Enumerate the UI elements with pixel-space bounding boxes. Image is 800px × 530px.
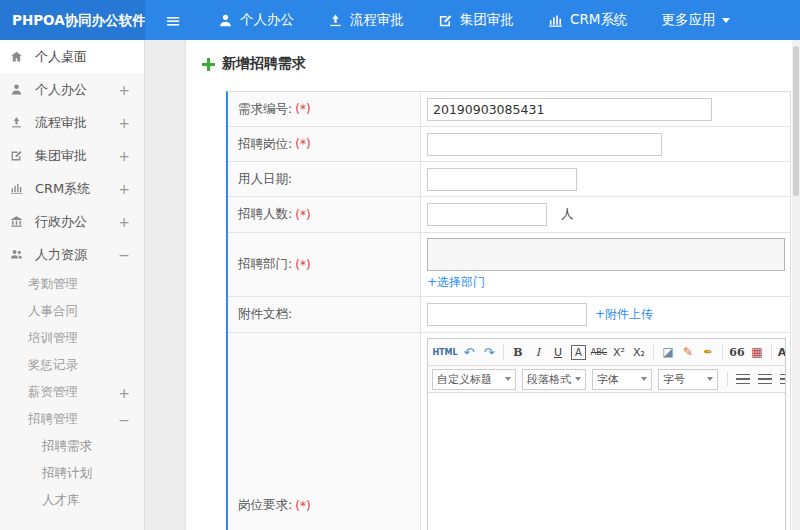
expand-icon[interactable]: + bbox=[118, 148, 130, 164]
nav-label: 流程审批 bbox=[350, 11, 404, 29]
sidebar-item-personal-desktop[interactable]: 个人桌面 bbox=[0, 40, 144, 73]
font-size-select[interactable]: 字号 bbox=[658, 369, 718, 390]
field-value-cell bbox=[421, 92, 790, 126]
department-textarea[interactable] bbox=[427, 238, 785, 271]
remove-format-icon[interactable]: ◪ bbox=[659, 343, 677, 361]
main-content: 新增招聘需求 需求编号:(*) 招聘岗位:(*) bbox=[145, 40, 800, 530]
form-row-department: 招聘部门:(*) +选择部门 bbox=[228, 233, 790, 297]
chevron-down-icon bbox=[707, 377, 713, 381]
font-color-glyph: A bbox=[778, 346, 785, 359]
subscript-icon[interactable]: X₂ bbox=[630, 343, 648, 361]
recruit-position-input[interactable] bbox=[427, 133, 662, 156]
chevron-down-icon bbox=[641, 377, 647, 381]
expand-icon[interactable]: + bbox=[118, 214, 130, 230]
sidebar-item-reward-punishment[interactable]: 奖惩记录 bbox=[0, 352, 144, 379]
select-value: 段落格式 bbox=[527, 372, 571, 387]
request-number-input[interactable] bbox=[427, 98, 712, 121]
html-source-button[interactable]: HTML bbox=[432, 343, 458, 361]
font-color-button[interactable]: A bbox=[777, 343, 785, 361]
chevron-down-icon bbox=[722, 18, 730, 23]
sidebar-item-personal-office[interactable]: 个人办公 + bbox=[0, 73, 144, 106]
required-marker: (*) bbox=[295, 102, 310, 116]
sidebar-item-recruitment-request[interactable]: 招聘需求 bbox=[0, 433, 144, 460]
sidebar-item-attendance-mgmt[interactable]: 考勤管理 bbox=[0, 271, 144, 298]
highlight-pen-icon[interactable]: ✒ bbox=[699, 343, 717, 361]
field-value-cell: 人 bbox=[421, 197, 790, 232]
sidebar-item-label: 奖惩记录 bbox=[28, 357, 78, 374]
expand-icon[interactable]: + bbox=[118, 181, 130, 197]
nav-more-apps[interactable]: 更多应用 bbox=[644, 0, 747, 40]
sidebar-item-recruitment-mgmt[interactable]: 招聘管理 − bbox=[0, 406, 144, 433]
nav-crm-system[interactable]: CRM系统 bbox=[531, 0, 644, 40]
custom-title-select[interactable]: 自定义标题 bbox=[432, 369, 516, 390]
chevron-down-icon bbox=[575, 377, 581, 381]
paragraph-format-select[interactable]: 段落格式 bbox=[522, 369, 586, 390]
collapse-icon[interactable]: − bbox=[118, 247, 130, 263]
blockquote-icon[interactable]: 66 bbox=[728, 343, 746, 361]
sidebar-item-process-approval[interactable]: 流程审批 + bbox=[0, 106, 144, 139]
required-marker: (*) bbox=[295, 137, 310, 151]
sidebar-item-hr-contract[interactable]: 人事合同 bbox=[0, 298, 144, 325]
nav-group-approval[interactable]: 集团审批 bbox=[421, 0, 531, 40]
nav-personal-office[interactable]: 个人办公 bbox=[201, 0, 311, 40]
attachment-upload-link[interactable]: +附件上传 bbox=[595, 306, 653, 323]
sidebar-item-admin-office[interactable]: 行政办公 + bbox=[0, 205, 144, 238]
toolbar-separator bbox=[653, 345, 654, 359]
workflow-icon bbox=[328, 13, 343, 28]
nav-process-approval[interactable]: 流程审批 bbox=[311, 0, 421, 40]
expand-icon[interactable]: + bbox=[118, 385, 130, 401]
headcount-input[interactable] bbox=[427, 203, 547, 226]
sidebar-item-label: 集团审批 bbox=[35, 147, 87, 165]
sidebar-item-salary-mgmt[interactable]: 薪资管理 + bbox=[0, 379, 144, 406]
collapse-icon[interactable]: − bbox=[118, 412, 130, 428]
sidebar-item-label: 人力资源 bbox=[35, 246, 87, 264]
attachment-input[interactable] bbox=[427, 303, 587, 326]
label-text: 附件文档: bbox=[238, 306, 292, 323]
editor-content-area[interactable] bbox=[428, 393, 785, 530]
select-department-link[interactable]: +选择部门 bbox=[427, 274, 485, 291]
field-label: 岗位要求:(*) bbox=[228, 333, 421, 530]
format-painter-icon[interactable]: ✎ bbox=[679, 343, 697, 361]
bar-chart-icon bbox=[10, 182, 27, 195]
superscript-icon[interactable]: X² bbox=[610, 343, 628, 361]
italic-icon[interactable]: I bbox=[529, 343, 547, 361]
field-label: 招聘岗位:(*) bbox=[228, 127, 421, 161]
align-right-icon[interactable] bbox=[780, 374, 785, 385]
select-value: 字号 bbox=[663, 372, 685, 387]
recruitment-request-form: 需求编号:(*) 招聘岗位:(*) 用人日期: bbox=[226, 91, 791, 530]
editor-toolbar-row2: 自定义标题 段落格式 字体 字号 bbox=[428, 366, 785, 393]
undo-icon[interactable]: ↶ bbox=[460, 343, 478, 361]
sidebar-item-label: 行政办公 bbox=[35, 213, 87, 231]
vertical-scrollbar[interactable] bbox=[792, 40, 800, 530]
sidebar-item-recruitment-plan[interactable]: 招聘计划 bbox=[0, 460, 144, 487]
sidebar-item-talent-pool[interactable]: 人才库 bbox=[0, 487, 144, 514]
label-text: 招聘部门: bbox=[238, 256, 292, 273]
nav-label: 个人办公 bbox=[240, 11, 294, 29]
label-text: 用人日期: bbox=[238, 171, 292, 188]
sidebar-item-group-approval[interactable]: 集团审批 + bbox=[0, 139, 144, 172]
emotion-icon[interactable]: ▦ bbox=[748, 343, 766, 361]
bold-icon[interactable]: B bbox=[509, 343, 527, 361]
expand-icon[interactable]: + bbox=[118, 82, 130, 98]
sidebar-item-training-mgmt[interactable]: 培训管理 bbox=[0, 325, 144, 352]
underline-icon[interactable]: U bbox=[549, 343, 567, 361]
sidebar-item-crm-system[interactable]: CRM系统 + bbox=[0, 172, 144, 205]
font-border-icon[interactable]: A bbox=[571, 345, 586, 360]
expand-icon[interactable]: + bbox=[118, 115, 130, 131]
strikethrough-icon[interactable]: ABC bbox=[590, 343, 608, 361]
field-label: 招聘部门:(*) bbox=[228, 233, 421, 296]
field-value-cell bbox=[421, 162, 790, 196]
person-icon bbox=[218, 13, 233, 28]
scrollbar-thumb[interactable] bbox=[793, 46, 799, 196]
font-family-select[interactable]: 字体 bbox=[592, 369, 652, 390]
sidebar-item-human-resources[interactable]: 人力资源 − bbox=[0, 238, 144, 271]
sidebar-item-label: 培训管理 bbox=[28, 330, 78, 347]
align-center-icon[interactable] bbox=[758, 374, 772, 385]
align-left-icon[interactable] bbox=[736, 374, 750, 385]
label-text: 招聘人数: bbox=[238, 206, 292, 223]
workflow-icon bbox=[10, 116, 27, 129]
nav-label: CRM系统 bbox=[570, 11, 627, 29]
redo-icon[interactable]: ↷ bbox=[480, 343, 498, 361]
menu-toggle-icon[interactable]: ≡ bbox=[145, 0, 201, 40]
hire-date-input[interactable] bbox=[427, 168, 577, 191]
